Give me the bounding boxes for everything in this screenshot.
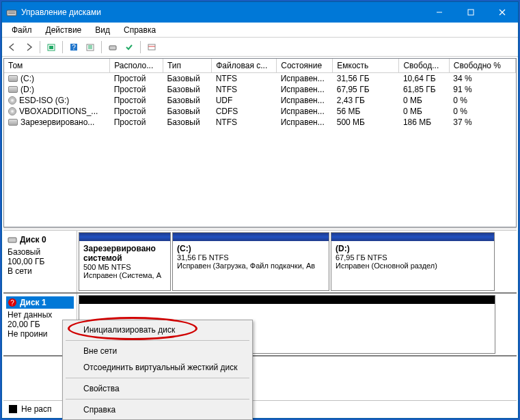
menu-view[interactable]: Вид [88,24,117,36]
context-menu-item[interactable]: Справка [64,402,251,418]
forward-button[interactable] [21,40,36,55]
menu-file[interactable]: Файл [5,24,39,36]
help-toolbar-button[interactable]: ? [66,40,81,55]
context-menu-item[interactable]: Инициализировать диск [64,322,251,338]
cd-icon [8,107,16,115]
list-toolbar-button[interactable] [144,40,159,55]
volume-row[interactable]: VBOXADDITIONS_...ПростойБазовыйCDFSИспра… [4,106,516,117]
disk-warning-icon: ? [8,298,17,307]
column-header[interactable]: Том [4,59,110,73]
column-header[interactable]: Свобод... [399,59,449,73]
column-header[interactable]: Тип [163,59,211,73]
disk-row[interactable]: Диск 0Базовый100,00 ГБВ сетиЗарезервиров… [3,231,517,294]
maximize-button[interactable] [455,2,487,23]
svg-rect-12 [109,46,116,50]
check-toolbar-button[interactable] [122,40,137,55]
svg-rect-2 [8,13,15,14]
svg-rect-13 [148,44,155,50]
close-button[interactable] [487,2,518,23]
svg-rect-8 [49,46,53,49]
context-menu-item[interactable]: Вне сети [64,343,251,359]
volume-list-pane[interactable]: ТомРасполо...ТипФайловая с...СостояниеЕм… [3,58,517,227]
column-header[interactable]: Состояние [277,59,333,73]
svg-rect-4 [468,10,474,15]
drive-icon [8,75,18,82]
context-menu-item[interactable]: Отсоединить виртуальный жесткий диск [64,359,251,376]
cd-icon [8,96,16,104]
toolbar: ? [2,38,518,57]
disk-icon [8,235,17,244]
menu-help[interactable]: Справка [117,24,163,36]
disk-header[interactable]: ?Диск 1 [6,296,74,309]
drive-icon [8,119,18,126]
svg-text:?: ? [10,299,14,307]
svg-rect-1 [8,12,15,12]
menu-action[interactable]: Действие [39,24,89,36]
back-button[interactable] [5,40,20,55]
svg-text:?: ? [72,44,76,51]
app-icon [6,7,17,18]
titlebar[interactable]: Управление дисками [2,2,518,23]
drive-icon [8,86,18,93]
volume-row[interactable]: ESD-ISO (G:)ПростойБазовыйUDFИсправен...… [4,95,516,106]
legend-swatch-unallocated [9,405,17,413]
up-toolbar-button[interactable] [44,40,59,55]
window-title: Управление дисками [21,8,424,17]
partition[interactable]: (D:)67,95 ГБ NTFSИсправен (Основной разд… [331,232,495,291]
volume-row[interactable]: (D:)ПростойБазовыйNTFSИсправен...67,95 Г… [4,84,516,95]
disk-context-menu: Инициализировать дискВне сетиОтсоединить… [62,320,253,420]
column-header[interactable]: Располо... [110,59,163,73]
volume-row[interactable]: (C:)ПростойБазовыйNTFSИсправен...31,56 Г… [4,73,516,85]
refresh-toolbar-button[interactable] [83,40,98,55]
disk-header[interactable]: Диск 0 [6,234,74,246]
volume-row[interactable]: Зарезервировано...ПростойБазовыйNTFSИспр… [4,117,516,128]
volume-table: ТомРасполо...ТипФайловая с...СостояниеЕм… [4,59,516,128]
menubar: Файл Действие Вид Справка [2,23,518,38]
legend-label: Не расп [21,404,52,414]
partition[interactable]: (C:)31,56 ГБ NTFSИсправен (Загрузка, Фай… [172,232,329,291]
column-header[interactable]: Емкость [333,59,399,73]
minimize-button[interactable] [424,2,455,23]
column-header[interactable]: Файловая с... [212,59,277,73]
column-header[interactable]: Свободно % [449,59,515,73]
svg-rect-15 [8,238,16,242]
drive-toolbar-button[interactable] [105,40,120,55]
context-menu-item[interactable]: Свойства [64,380,251,397]
partition[interactable]: Зарезервировано системой500 МБ NTFSИспра… [79,232,171,291]
